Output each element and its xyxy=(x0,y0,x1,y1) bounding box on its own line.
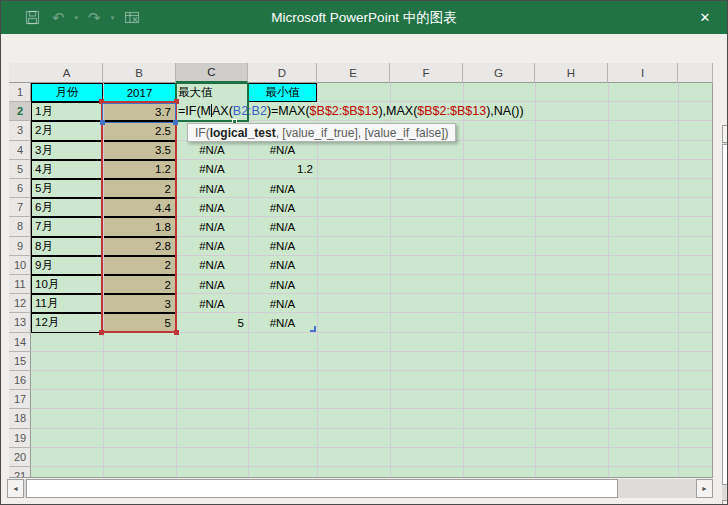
cell-D8[interactable]: #N/A xyxy=(248,217,317,236)
range-handle[interactable] xyxy=(100,120,105,125)
column-header-D[interactable]: D xyxy=(248,63,317,83)
cell-C4[interactable]: #N/A xyxy=(176,141,248,160)
cell-C9[interactable]: #N/A xyxy=(176,237,248,256)
cell-D9[interactable]: #N/A xyxy=(248,237,317,256)
column-header-E[interactable]: E xyxy=(317,63,390,83)
column-headers: ABCDEFGHI xyxy=(9,63,713,83)
formula-ref-red: $B$2:$B$13 xyxy=(310,104,379,118)
row-header-19[interactable]: 19 xyxy=(9,429,31,448)
cell-C7[interactable]: #N/A xyxy=(176,198,248,217)
redo-icon[interactable]: ↷ xyxy=(84,6,105,30)
cell-D4[interactable]: #N/A xyxy=(248,141,317,160)
row-header-21[interactable]: 21 xyxy=(9,467,31,478)
horizontal-scroll-thumb[interactable] xyxy=(26,479,618,498)
scroll-down-icon[interactable]: ▼ xyxy=(722,500,728,505)
cell-D7[interactable]: #N/A xyxy=(248,198,317,217)
row-header-20[interactable]: 20 xyxy=(9,448,31,467)
gridline xyxy=(317,83,318,478)
row-header-4[interactable]: 4 xyxy=(9,141,31,160)
cell-A5[interactable]: 4月 xyxy=(31,160,103,179)
cell-C12[interactable]: #N/A xyxy=(176,294,248,313)
range-handle[interactable] xyxy=(174,330,179,335)
cell-A1[interactable]: 月份 xyxy=(31,83,103,102)
cell-D11[interactable]: #N/A xyxy=(248,275,317,294)
sheet-body: 123456789101112131415161718192021 月份2017… xyxy=(9,83,713,478)
range-border-red xyxy=(101,101,177,333)
cell-A4[interactable]: 3月 xyxy=(31,141,103,160)
column-header-partial[interactable] xyxy=(678,63,713,83)
scroll-up-icon[interactable]: ▲ xyxy=(722,125,728,143)
row-header-8[interactable]: 8 xyxy=(9,217,31,236)
cell-D13[interactable]: #N/A xyxy=(248,313,317,332)
row-header-17[interactable]: 17 xyxy=(9,390,31,409)
column-header-I[interactable]: I xyxy=(608,63,678,83)
cell-D12[interactable]: #N/A xyxy=(248,294,317,313)
row-header-3[interactable]: 3 xyxy=(9,121,31,140)
column-header-G[interactable]: G xyxy=(463,63,535,83)
column-header-C[interactable]: C xyxy=(176,63,248,83)
formula-text: =IF(M xyxy=(178,104,211,118)
cell-C8[interactable]: #N/A xyxy=(176,217,248,236)
column-header-A[interactable]: A xyxy=(31,63,103,83)
edit-data-in-excel-icon[interactable] xyxy=(120,6,144,30)
row-header-10[interactable]: 10 xyxy=(9,256,31,275)
vertical-scroll-thumb[interactable] xyxy=(722,144,728,485)
row-header-12[interactable]: 12 xyxy=(9,294,31,313)
cell-C10[interactable]: #N/A xyxy=(176,256,248,275)
cell-A3[interactable]: 2月 xyxy=(31,121,103,140)
cell-A6[interactable]: 5月 xyxy=(31,179,103,198)
row-header-18[interactable]: 18 xyxy=(9,409,31,428)
row-header-6[interactable]: 6 xyxy=(9,179,31,198)
scroll-left-icon[interactable]: ◄ xyxy=(7,479,24,498)
tooltip-text: , [value_if_true], [value_if_false]) xyxy=(276,126,449,140)
vertical-scrollbar[interactable]: ▲ ▼ xyxy=(722,125,728,505)
cell-A12[interactable]: 11月 xyxy=(31,294,103,313)
column-header-B[interactable]: B xyxy=(103,63,176,83)
row-header-14[interactable]: 14 xyxy=(9,333,31,352)
range-handle[interactable] xyxy=(99,330,104,335)
chart-data-window: ↶ ▾ ↷ ▾ Microsoft PowerPoint 中的图表 ✕ ABCD… xyxy=(0,0,728,505)
formula-text: ),NA()) xyxy=(486,104,524,118)
row-header-15[interactable]: 15 xyxy=(9,352,31,371)
cell-A9[interactable]: 8月 xyxy=(31,237,103,256)
undo-dropdown-icon[interactable]: ▾ xyxy=(73,14,81,22)
close-icon[interactable]: ✕ xyxy=(683,1,727,34)
spreadsheet: ABCDEFGHI 123456789101112131415161718192… xyxy=(9,63,713,478)
cell-A8[interactable]: 7月 xyxy=(31,217,103,236)
gridline xyxy=(678,83,679,478)
cell-A2[interactable]: 1月 xyxy=(31,102,103,121)
cell-B1[interactable]: 2017 xyxy=(103,83,176,102)
row-header-5[interactable]: 5 xyxy=(9,160,31,179)
cell-D10[interactable]: #N/A xyxy=(248,256,317,275)
redo-dropdown-icon[interactable]: ▾ xyxy=(109,14,117,22)
cell-A7[interactable]: 6月 xyxy=(31,198,103,217)
formula-ref-red: $B$2:$B$13 xyxy=(417,104,486,118)
row-header-1[interactable]: 1 xyxy=(9,83,31,102)
cell-C5[interactable]: #N/A xyxy=(176,160,248,179)
cell-C11[interactable]: #N/A xyxy=(176,275,248,294)
cell-A10[interactable]: 9月 xyxy=(31,256,103,275)
cell-D5[interactable]: 1.2 xyxy=(248,160,317,179)
cell-A13[interactable]: 12月 xyxy=(31,313,103,332)
gridline xyxy=(535,83,536,478)
row-headers: 123456789101112131415161718192021 xyxy=(9,83,31,478)
cell-C13[interactable]: 5 xyxy=(176,313,248,332)
row-header-11[interactable]: 11 xyxy=(9,275,31,294)
row-header-9[interactable]: 9 xyxy=(9,237,31,256)
row-header-2[interactable]: 2 xyxy=(9,102,31,121)
formula-input[interactable]: =IF(MAX(B2:B2)=MAX($B$2:$B$13),MAX($B$2:… xyxy=(178,102,524,121)
horizontal-scrollbar[interactable]: ◄ ► xyxy=(7,479,713,498)
cell-C6[interactable]: #N/A xyxy=(176,179,248,198)
row-header-13[interactable]: 13 xyxy=(9,313,31,332)
data-range-corner-icon[interactable] xyxy=(310,326,316,332)
save-icon[interactable] xyxy=(21,6,44,30)
cell-A11[interactable]: 10月 xyxy=(31,275,103,294)
row-header-16[interactable]: 16 xyxy=(9,371,31,390)
column-header-F[interactable]: F xyxy=(390,63,463,83)
scroll-right-icon[interactable]: ► xyxy=(696,479,713,498)
cell-D6[interactable]: #N/A xyxy=(248,179,317,198)
cell-D1[interactable]: 最小值 xyxy=(248,83,317,102)
undo-icon[interactable]: ↶ xyxy=(48,6,69,30)
column-header-H[interactable]: H xyxy=(535,63,608,83)
row-header-7[interactable]: 7 xyxy=(9,198,31,217)
